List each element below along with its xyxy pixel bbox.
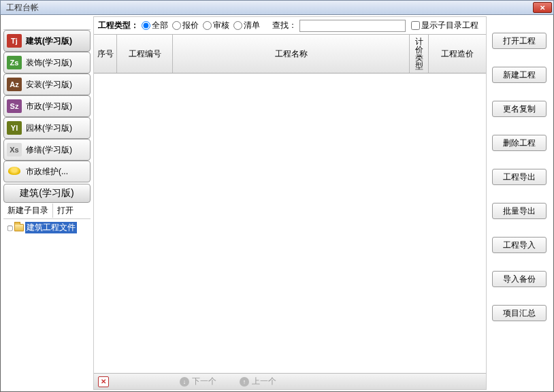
category-garden-label: 园林(学习版) [26, 122, 72, 134]
main-window: Tj 建筑(学习版) Zs 装饰(学习版) Az 安装(学习版) Sz 市政(学… [0, 15, 554, 392]
prev-button[interactable]: ↑ 上一个 [234, 376, 282, 387]
bottombar-close-icon[interactable]: ✕ [98, 376, 109, 387]
rename-copy-button[interactable]: 更名复制 [492, 101, 547, 117]
radio-quote-input[interactable] [172, 21, 181, 30]
radio-list-label: 清单 [244, 20, 260, 31]
show-subdir-input[interactable] [411, 21, 420, 30]
radio-quote[interactable]: 报价 [172, 20, 199, 31]
project-summary-button[interactable]: 项目汇总 [492, 305, 547, 321]
radio-list-input[interactable] [233, 21, 242, 30]
category-decoration-label: 装饰(学习版) [26, 57, 72, 69]
search-input[interactable] [299, 20, 406, 32]
import-project-button[interactable]: 工程导入 [492, 237, 547, 253]
radio-audit-label: 审核 [213, 20, 229, 31]
category-repair-icon: Xs [7, 143, 22, 157]
category-decoration[interactable]: Zs 装饰(学习版) [3, 52, 91, 74]
open-subdir-button[interactable]: 打开 [53, 203, 91, 218]
category-garden[interactable]: Yl 园林(学习版) [3, 117, 91, 139]
bottom-nav-bar: ✕ ↓ 下一个 ↑ 上一个 [94, 373, 486, 389]
radio-quote-label: 报价 [182, 20, 199, 31]
prev-arrow-icon: ↑ [240, 377, 249, 387]
titlebar: 工程台帐 ✕ [0, 0, 554, 15]
category-municipal-maintenance-label: 市政维护(... [26, 166, 68, 178]
radio-audit-input[interactable] [203, 21, 212, 30]
col-name[interactable]: 工程名称 [173, 35, 410, 73]
grid-body[interactable] [94, 74, 486, 373]
delete-project-button[interactable]: 删除工程 [492, 135, 547, 151]
filter-bar: 工程类型： 全部 报价 审核 清单 查找： 显示子目录工程 [94, 17, 486, 35]
next-label: 下一个 [192, 376, 216, 387]
new-subdir-button[interactable]: 新建子目录 [3, 203, 53, 218]
category-decoration-icon: Zs [7, 56, 22, 69]
category-garden-icon: Yl [7, 121, 22, 135]
tree-expand-icon[interactable]: ▢ [6, 224, 13, 231]
col-price-type[interactable]: 计价类型 [410, 35, 429, 73]
radio-all-label: 全部 [152, 20, 168, 31]
show-subdir-checkbox[interactable]: 显示子目录工程 [411, 20, 478, 31]
grid-header: 序号 工程编号 工程名称 计价类型 工程造价 [94, 35, 486, 74]
category-repair[interactable]: Xs 修缮(学习版) [3, 139, 91, 161]
category-building[interactable]: Tj 建筑(学习版) [3, 30, 91, 52]
next-arrow-icon: ↓ [180, 377, 189, 387]
export-project-button[interactable]: 工程导出 [492, 169, 547, 185]
prev-label: 上一个 [252, 376, 276, 387]
folder-tree: ▢ 建筑工程文件 [3, 219, 91, 389]
radio-list[interactable]: 清单 [233, 20, 260, 31]
category-installation-icon: Az [7, 78, 22, 91]
batch-export-button[interactable]: 批量导出 [492, 203, 547, 219]
open-project-button[interactable]: 打开工程 [492, 33, 547, 49]
folder-icon [14, 224, 24, 231]
category-installation[interactable]: Az 安装(学习版) [3, 74, 91, 95]
next-button[interactable]: ↓ 下一个 [174, 376, 222, 387]
category-building-label: 建筑(学习版) [26, 35, 72, 47]
hardhat-icon [7, 165, 22, 178]
category-municipal-icon: Sz [7, 99, 22, 113]
col-seq[interactable]: 序号 [94, 35, 117, 73]
window-title: 工程台帐 [6, 2, 533, 14]
category-municipal[interactable]: Sz 市政(学习版) [3, 95, 91, 117]
radio-all-input[interactable] [142, 21, 150, 30]
category-building-icon: Tj [7, 34, 22, 48]
category-municipal-label: 市政(学习版) [26, 101, 72, 112]
show-subdir-label: 显示子目录工程 [421, 20, 478, 31]
close-button[interactable]: ✕ [533, 2, 552, 13]
col-cost[interactable]: 工程造价 [429, 35, 486, 73]
new-project-button[interactable]: 新建工程 [492, 67, 547, 83]
radio-audit[interactable]: 审核 [203, 20, 229, 31]
main-area: 工程类型： 全部 报价 审核 清单 查找： 显示子目录工程 [93, 16, 487, 390]
sidebar-sub-toolbar: 新建子目录 打开 [3, 203, 91, 219]
current-section-header: 建筑(学习版) [3, 184, 91, 203]
action-sidebar: 打开工程 新建工程 更名复制 删除工程 工程导出 批量导出 工程导入 导入备份 … [487, 16, 552, 390]
col-code[interactable]: 工程编号 [117, 35, 173, 73]
import-backup-button[interactable]: 导入备份 [492, 271, 547, 287]
tree-root-label: 建筑工程文件 [25, 222, 77, 233]
sidebar-top-spacer [3, 18, 91, 30]
filter-type-label: 工程类型： [98, 20, 139, 31]
category-repair-label: 修缮(学习版) [26, 144, 72, 156]
search-label: 查找： [272, 20, 297, 31]
sidebar: Tj 建筑(学习版) Zs 装饰(学习版) Az 安装(学习版) Sz 市政(学… [2, 16, 92, 390]
tree-root-item[interactable]: ▢ 建筑工程文件 [6, 222, 88, 233]
category-municipal-maintenance[interactable]: 市政维护(... [3, 161, 91, 182]
radio-all[interactable]: 全部 [142, 20, 168, 31]
category-installation-label: 安装(学习版) [26, 79, 72, 91]
